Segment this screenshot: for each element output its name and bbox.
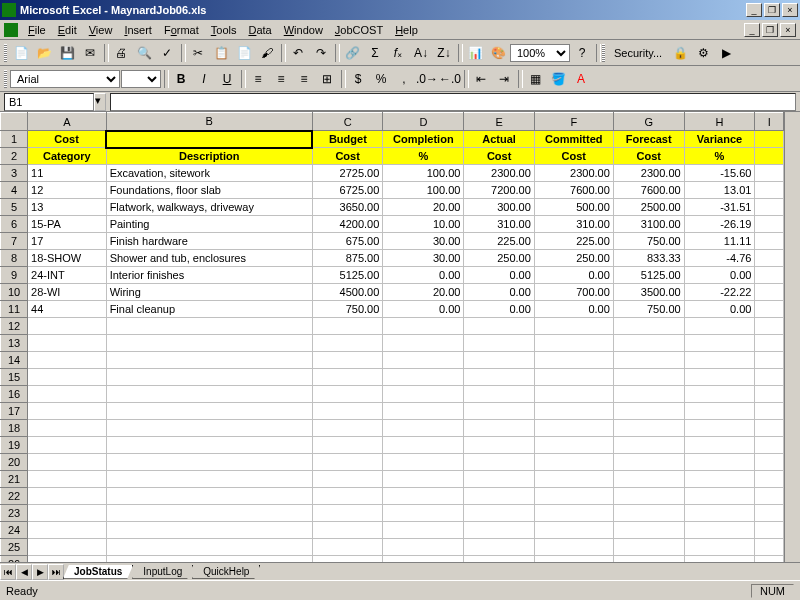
merge-button[interactable]: ⊞: [316, 68, 338, 90]
redo-button[interactable]: ↷: [310, 42, 332, 64]
cell[interactable]: [28, 505, 107, 522]
cell[interactable]: [106, 403, 312, 420]
cell[interactable]: 15-PA: [28, 216, 107, 233]
column-header-F[interactable]: F: [534, 113, 613, 131]
row-header[interactable]: 8: [1, 250, 28, 267]
cell[interactable]: [684, 454, 755, 471]
row-header[interactable]: 15: [1, 369, 28, 386]
cell[interactable]: [383, 471, 464, 488]
currency-button[interactable]: $: [347, 68, 369, 90]
cell[interactable]: [383, 369, 464, 386]
cell[interactable]: Interior finishes: [106, 267, 312, 284]
cell[interactable]: [684, 539, 755, 556]
cell[interactable]: [755, 488, 784, 505]
help-button[interactable]: ?: [571, 42, 593, 64]
cell[interactable]: %: [383, 148, 464, 165]
cell[interactable]: 0.00: [383, 301, 464, 318]
cell[interactable]: [464, 420, 534, 437]
zoom-combo[interactable]: 100%: [510, 44, 570, 62]
column-header-D[interactable]: D: [383, 113, 464, 131]
sheet-tab-quickhelp[interactable]: QuickHelp: [192, 565, 260, 579]
comma-button[interactable]: ,: [393, 68, 415, 90]
cut-button[interactable]: ✂: [187, 42, 209, 64]
cell[interactable]: [464, 522, 534, 539]
cell[interactable]: [534, 454, 613, 471]
tab-next-button[interactable]: ▶: [32, 564, 48, 580]
cell[interactable]: 100.00: [383, 165, 464, 182]
toolbar-handle3[interactable]: [4, 70, 7, 88]
cell[interactable]: [312, 488, 382, 505]
font-color-button[interactable]: A: [570, 68, 592, 90]
drawing-button[interactable]: 🎨: [487, 42, 509, 64]
cell[interactable]: [28, 437, 107, 454]
new-button[interactable]: 📄: [10, 42, 32, 64]
cell[interactable]: Cost: [464, 148, 534, 165]
cell[interactable]: Description: [106, 148, 312, 165]
cell[interactable]: Final cleanup: [106, 301, 312, 318]
cell[interactable]: [312, 437, 382, 454]
menu-view[interactable]: View: [83, 22, 119, 38]
cell[interactable]: [755, 369, 784, 386]
menu-help[interactable]: Help: [389, 22, 424, 38]
cell[interactable]: [534, 556, 613, 563]
menu-format[interactable]: Format: [158, 22, 205, 38]
menu-data[interactable]: Data: [242, 22, 277, 38]
horizontal-scrollbar[interactable]: [264, 564, 800, 580]
tab-first-button[interactable]: ⏮: [0, 564, 16, 580]
cell[interactable]: [534, 539, 613, 556]
cell[interactable]: [28, 454, 107, 471]
cell[interactable]: 20.00: [383, 199, 464, 216]
cell[interactable]: [755, 454, 784, 471]
row-header[interactable]: 21: [1, 471, 28, 488]
cell[interactable]: -22.22: [684, 284, 755, 301]
column-header-G[interactable]: G: [613, 113, 684, 131]
cell[interactable]: 4200.00: [312, 216, 382, 233]
cell[interactable]: 5125.00: [613, 267, 684, 284]
doc-restore-button[interactable]: ❐: [762, 23, 778, 37]
cell[interactable]: [28, 369, 107, 386]
row-header[interactable]: 11: [1, 301, 28, 318]
cell[interactable]: [106, 369, 312, 386]
cell[interactable]: [464, 556, 534, 563]
vba-button[interactable]: ▶: [715, 42, 737, 64]
open-button[interactable]: 📂: [33, 42, 55, 64]
menu-jobcost[interactable]: JobCOST: [329, 22, 389, 38]
cell[interactable]: [755, 216, 784, 233]
cell[interactable]: [613, 335, 684, 352]
cell[interactable]: [106, 454, 312, 471]
bold-button[interactable]: B: [170, 68, 192, 90]
cell[interactable]: [613, 403, 684, 420]
cell[interactable]: [534, 471, 613, 488]
increase-decimal-button[interactable]: .0→: [416, 68, 438, 90]
cell[interactable]: [613, 386, 684, 403]
cell[interactable]: [755, 301, 784, 318]
cell[interactable]: 2300.00: [613, 165, 684, 182]
function-button[interactable]: fₓ: [387, 42, 409, 64]
cell[interactable]: [755, 539, 784, 556]
cell[interactable]: [613, 352, 684, 369]
cell[interactable]: [755, 165, 784, 182]
cell[interactable]: [312, 539, 382, 556]
row-header[interactable]: 13: [1, 335, 28, 352]
cell[interactable]: 7600.00: [613, 182, 684, 199]
toolbar-handle2[interactable]: [602, 44, 605, 62]
cell[interactable]: Cost: [534, 148, 613, 165]
cell[interactable]: [28, 420, 107, 437]
cell[interactable]: [755, 250, 784, 267]
name-box-dropdown[interactable]: ▾: [94, 93, 106, 111]
cell[interactable]: 2300.00: [464, 165, 534, 182]
cell[interactable]: [312, 318, 382, 335]
cell[interactable]: Cost: [312, 148, 382, 165]
cell[interactable]: [755, 352, 784, 369]
cell[interactable]: [28, 471, 107, 488]
cell[interactable]: [106, 335, 312, 352]
menu-insert[interactable]: Insert: [118, 22, 158, 38]
cell[interactable]: [534, 403, 613, 420]
cell[interactable]: Finish hardware: [106, 233, 312, 250]
cell[interactable]: [464, 369, 534, 386]
name-box[interactable]: B1: [4, 93, 94, 111]
row-header[interactable]: 16: [1, 386, 28, 403]
row-header[interactable]: 18: [1, 420, 28, 437]
cell[interactable]: [684, 403, 755, 420]
cell[interactable]: [684, 352, 755, 369]
